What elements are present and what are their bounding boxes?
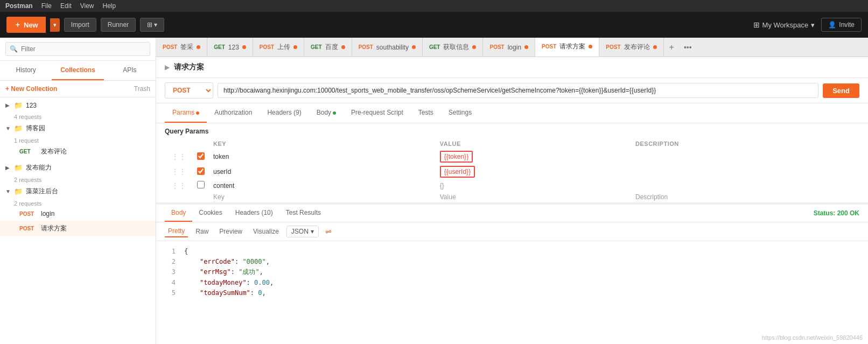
req-tab-body[interactable]: Body [309, 103, 344, 123]
tab-123[interactable]: GET 123 [207, 38, 253, 57]
param-checkbox-token[interactable] [197, 152, 205, 160]
invite-icon: 👤 [828, 21, 836, 29]
sidebar-search-area: 🔍 [0, 38, 156, 61]
code-line-4: 4 "todayMoney": 0.00, [165, 278, 859, 288]
method-select[interactable]: POST GET PUT DELETE [165, 82, 213, 99]
tab-collections[interactable]: Collections [52, 61, 103, 80]
request-item-qingqiufangan[interactable]: POST 请求方案 [0, 221, 156, 236]
req-tab-authorization[interactable]: Authorization [207, 103, 260, 123]
param-desc-userid [631, 164, 859, 179]
collection-header-bokeziyuan[interactable]: ▼ 📁 博客园 [0, 120, 156, 137]
tab-huoquxinxi[interactable]: GET 获取信息 [423, 38, 484, 57]
tab-dot-6 [524, 45, 528, 49]
chevron-down-icon: ▼ [5, 125, 11, 131]
req-tab-params[interactable]: Params [165, 103, 207, 123]
param-desc-content [631, 179, 859, 192]
req-tab-tests[interactable]: Tests [411, 103, 441, 123]
folder-icon: 📁 [14, 101, 23, 109]
drag-handle[interactable]: ⋮⋮ [169, 181, 188, 190]
code-area: 1 { 2 "errCode": "0000", 3 "errMsg": "成功… [156, 241, 868, 344]
params-table: KEY VALUE DESCRIPTION ⋮⋮ token {{token}} [165, 138, 859, 202]
send-button[interactable]: Send [823, 83, 859, 98]
runner-button[interactable]: Runner [101, 18, 136, 32]
tab-shangchuan[interactable]: POST 上传 [253, 38, 304, 57]
param-row-content: ⋮⋮ content {} [165, 179, 859, 192]
req-tab-headers[interactable]: Headers (9) [260, 103, 309, 123]
new-button[interactable]: ＋ New [6, 17, 46, 33]
status-badge: Status: 200 OK [814, 209, 859, 217]
invite-button[interactable]: 👤 Invite [821, 18, 862, 32]
request-tabs: Params Authorization Headers (9) Body Pr… [156, 103, 868, 123]
watermark: https://blog.csdn.net/weixin_59820446 [762, 334, 863, 341]
col-value: VALUE [436, 138, 631, 149]
folder-icon: 📁 [14, 164, 23, 172]
drag-handle[interactable]: ⋮⋮ [169, 167, 188, 176]
req-tab-settings[interactable]: Settings [441, 103, 479, 123]
tab-qiancai[interactable]: POST 签采 [156, 38, 207, 57]
url-input[interactable] [218, 83, 818, 98]
workspace-icon: ⊞ [753, 20, 760, 29]
param-checkbox-content[interactable] [197, 181, 205, 188]
more-tabs-button[interactable]: ••• [680, 38, 696, 57]
tab-dot-5 [472, 45, 476, 49]
import-button[interactable]: Import [64, 18, 96, 32]
param-row-userid: ⋮⋮ userId {{userId}} [165, 164, 859, 179]
collection-header-fabunengll[interactable]: ▶ 📁 发布能力 [0, 159, 156, 176]
request-item-fabupinglun[interactable]: GET 发布评论 [0, 144, 156, 159]
menu-edit[interactable]: Edit [60, 2, 72, 10]
param-value-userid: {{userId}} [444, 168, 471, 175]
sidebar-actions: + New Collection Trash [0, 81, 156, 97]
collection-item-123: ▶ 📁 123 4 requests [0, 97, 156, 120]
menu-view[interactable]: View [80, 2, 94, 10]
tab-dot-1 [242, 45, 246, 49]
request-title: 请求方案 [174, 62, 204, 72]
filter-input[interactable] [5, 42, 150, 56]
tabs-bar: POST 签采 GET 123 POST 上传 GET 百度 POST [156, 38, 868, 57]
request-item-login[interactable]: POST login [0, 207, 156, 221]
tab-qingqiufangan[interactable]: POST 请求方案 [535, 38, 599, 57]
resp-tab-body[interactable]: Body [165, 205, 192, 222]
format-tab-pretty[interactable]: Pretty [165, 226, 188, 237]
format-select[interactable]: JSON ▾ [286, 226, 319, 237]
new-dropdown-button[interactable]: ▾ [50, 18, 60, 32]
format-tab-raw[interactable]: Raw [192, 226, 212, 237]
trash-button[interactable]: Trash [134, 85, 150, 93]
tab-southability[interactable]: POST southability [352, 38, 423, 57]
collection-header-zaocaizhu[interactable]: ▼ 📁 藻菜注后台 [0, 183, 156, 200]
param-key-userid: userId [209, 164, 436, 179]
folder-icon: 📁 [14, 187, 23, 195]
menu-file[interactable]: File [41, 2, 52, 10]
resp-tab-headers[interactable]: Headers (10) [229, 205, 279, 222]
format-tab-preview[interactable]: Preview [216, 226, 246, 237]
param-checkbox-userid[interactable] [197, 167, 205, 175]
param-desc-token [631, 149, 859, 164]
param-key-content: content [209, 179, 436, 192]
tab-login[interactable]: POST login [483, 38, 535, 57]
collapse-button[interactable]: ▶ [165, 64, 170, 71]
workspace-area: ⊞ My Workspace ▾ 👤 Invite [753, 18, 862, 32]
toolbar: ＋ New ▾ Import Runner ⊞ ▾ ⊞ My Workspace… [0, 12, 868, 38]
layout-button[interactable]: ⊞ ▾ [140, 18, 164, 32]
workspace-chevron-icon: ▾ [811, 21, 815, 29]
tab-dot-2 [293, 45, 297, 49]
main-layout: 🔍 History Collections APIs + New Collect… [0, 38, 868, 344]
resp-tab-testresults[interactable]: Test Results [279, 205, 327, 222]
collection-header-123[interactable]: ▶ 📁 123 [0, 97, 156, 113]
drag-handle[interactable]: ⋮⋮ [169, 152, 188, 161]
resp-tab-cookies[interactable]: Cookies [192, 205, 228, 222]
format-tab-visualize[interactable]: Visualize [250, 226, 282, 237]
wrap-icon[interactable]: ⇌ [325, 227, 332, 236]
tab-history[interactable]: History [0, 61, 52, 80]
tab-baidu[interactable]: GET 百度 [304, 38, 352, 57]
req-tab-prerequest[interactable]: Pre-request Script [344, 103, 411, 123]
query-params-title: Query Params [165, 123, 859, 138]
param-value-empty: Value [436, 192, 631, 202]
new-tab-button[interactable]: + [664, 38, 680, 57]
workspace-button[interactable]: ⊞ My Workspace ▾ [753, 20, 815, 29]
tab-apis[interactable]: APIs [104, 61, 156, 80]
new-collection-button[interactable]: + New Collection [5, 85, 57, 93]
param-value-token: {{token}} [444, 153, 468, 160]
menu-help[interactable]: Help [103, 2, 116, 10]
collection-item-zaocaizhu: ▼ 📁 藻菜注后台 2 requests POST login POST 请求方… [0, 183, 156, 236]
tab-fabupinglun[interactable]: POST 发布评论 [599, 38, 663, 57]
